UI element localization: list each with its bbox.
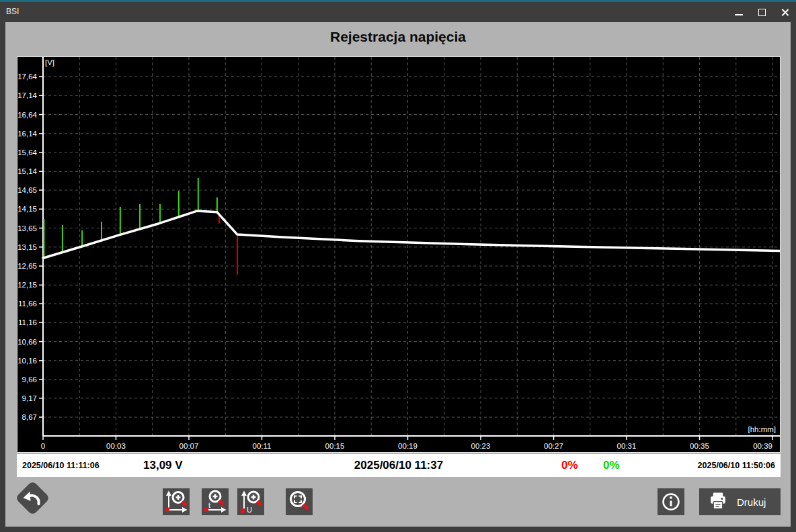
zoom-fit-icon bbox=[286, 488, 313, 515]
svg-text:00:35: 00:35 bbox=[690, 442, 709, 450]
minimize-button[interactable] bbox=[733, 6, 745, 18]
svg-text:00:03: 00:03 bbox=[106, 442, 126, 450]
svg-text:14,15: 14,15 bbox=[17, 205, 37, 213]
svg-text:9,66: 9,66 bbox=[22, 375, 37, 384]
zoom-time-axis-button[interactable]: t bbox=[202, 488, 229, 515]
svg-text:00:15: 00:15 bbox=[325, 442, 345, 450]
print-button-label: Drukuj bbox=[737, 496, 766, 508]
voltage-chart: 17,6417,1416,6416,1415,6415,1414,6514,15… bbox=[17, 56, 781, 453]
svg-text:12,15: 12,15 bbox=[17, 281, 37, 289]
info-button[interactable] bbox=[658, 488, 684, 515]
svg-text:00:31: 00:31 bbox=[617, 442, 637, 450]
svg-text:10,66: 10,66 bbox=[17, 338, 37, 346]
window-controls bbox=[733, 2, 791, 22]
zoom-fit-button[interactable] bbox=[286, 488, 313, 515]
svg-text:0: 0 bbox=[41, 442, 45, 450]
svg-text:10,16: 10,16 bbox=[17, 357, 37, 365]
zoom-both-axes-icon bbox=[163, 488, 190, 515]
svg-text:00:23: 00:23 bbox=[471, 442, 491, 450]
svg-text:13,65: 13,65 bbox=[17, 224, 37, 232]
minimize-icon bbox=[735, 14, 743, 15]
zoom-time-axis-icon: t bbox=[202, 488, 229, 515]
maximize-button[interactable] bbox=[756, 6, 768, 18]
status-bar: 2025/06/10 11:11:06 13,09 V 2025/06/10 1… bbox=[17, 454, 781, 477]
svg-text:11,16: 11,16 bbox=[18, 318, 37, 326]
main-panel: Rejestracja napięcia 17,6417,1416,6416,1… bbox=[5, 22, 791, 527]
zoom-time-axis-glyph-label: t bbox=[208, 501, 210, 509]
status-red-percent: 0% bbox=[561, 454, 578, 477]
svg-text:12,65: 12,65 bbox=[17, 262, 37, 270]
svg-text:13,15: 13,15 bbox=[17, 243, 37, 251]
status-end-time: 2025/06/10 11:50:06 bbox=[698, 454, 775, 477]
close-button[interactable] bbox=[779, 6, 791, 18]
maximize-icon bbox=[758, 9, 766, 16]
zoom-both-axes-button[interactable] bbox=[163, 488, 190, 515]
window-titlebar: BSI bbox=[0, 2, 796, 22]
printer-icon bbox=[706, 490, 730, 514]
svg-text:9,17: 9,17 bbox=[22, 394, 37, 402]
close-icon bbox=[781, 8, 789, 17]
svg-text:16,14: 16,14 bbox=[17, 130, 37, 138]
print-button[interactable]: Drukuj bbox=[699, 488, 781, 515]
svg-text:11,66: 11,66 bbox=[18, 300, 37, 308]
svg-text:00:27: 00:27 bbox=[544, 442, 563, 450]
y-axis-unit-label: [V] bbox=[45, 58, 54, 66]
chart-plot-area: 17,6417,1416,6416,1415,6415,1414,6514,15… bbox=[17, 57, 780, 452]
back-button[interactable] bbox=[15, 480, 50, 515]
svg-text:00:07: 00:07 bbox=[180, 442, 199, 450]
svg-text:17,64: 17,64 bbox=[17, 73, 37, 81]
svg-text:16,64: 16,64 bbox=[17, 111, 37, 119]
svg-text:8,67: 8,67 bbox=[22, 413, 37, 421]
svg-text:15,64: 15,64 bbox=[17, 148, 37, 157]
zoom-voltage-axis-icon: U bbox=[237, 488, 264, 515]
svg-text:14,65: 14,65 bbox=[17, 186, 37, 194]
svg-text:00:39: 00:39 bbox=[753, 442, 772, 450]
window-app-title: BSI bbox=[6, 7, 19, 16]
zoom-voltage-axis-button[interactable]: U bbox=[237, 488, 264, 515]
x-axis-unit-label: [hh:mm] bbox=[748, 425, 776, 433]
page-title: Rejestracja napięcia bbox=[5, 29, 791, 45]
info-icon bbox=[658, 488, 684, 515]
status-cursor-time: 2025/06/10 11:37 bbox=[17, 454, 781, 477]
bottom-toolbar: t U bbox=[5, 488, 791, 526]
back-arrow-icon bbox=[22, 487, 44, 510]
svg-text:00:19: 00:19 bbox=[398, 442, 417, 450]
zoom-voltage-axis-glyph-label: U bbox=[247, 506, 252, 514]
svg-text:15,14: 15,14 bbox=[17, 167, 37, 175]
svg-text:17,14: 17,14 bbox=[17, 91, 37, 99]
svg-text:00:11: 00:11 bbox=[253, 442, 272, 450]
status-green-percent: 0% bbox=[603, 454, 620, 477]
